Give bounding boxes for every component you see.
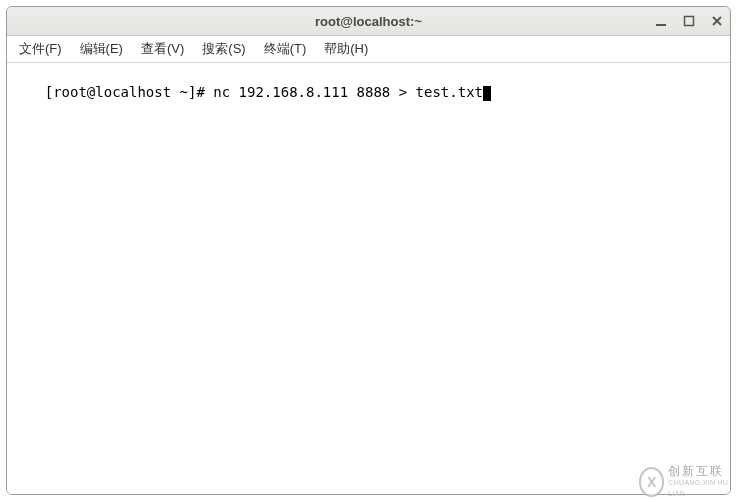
- svg-rect-0: [656, 24, 666, 26]
- shell-command: nc 192.168.8.111 8888 > test.txt: [213, 84, 483, 100]
- svg-rect-1: [685, 17, 694, 26]
- menu-edit[interactable]: 编辑(E): [76, 38, 127, 60]
- menu-terminal[interactable]: 终端(T): [260, 38, 311, 60]
- menu-view[interactable]: 查看(V): [137, 38, 188, 60]
- minimize-icon: [655, 15, 667, 27]
- close-icon: [711, 15, 723, 27]
- titlebar[interactable]: root@localhost:~: [7, 7, 730, 36]
- cursor-icon: [483, 86, 491, 101]
- window-controls: [654, 7, 724, 35]
- minimize-button[interactable]: [654, 14, 668, 28]
- menu-search[interactable]: 搜索(S): [198, 38, 249, 60]
- close-button[interactable]: [710, 14, 724, 28]
- terminal-window: root@localhost:~ 文件(F) 编辑(E) 查看: [6, 6, 731, 495]
- maximize-icon: [683, 15, 695, 27]
- menubar: 文件(F) 编辑(E) 查看(V) 搜索(S) 终端(T) 帮助(H): [7, 36, 730, 63]
- window-title: root@localhost:~: [7, 14, 730, 29]
- menu-file[interactable]: 文件(F): [15, 38, 66, 60]
- menu-help[interactable]: 帮助(H): [320, 38, 372, 60]
- maximize-button[interactable]: [682, 14, 696, 28]
- terminal-line: [root@localhost ~]# nc 192.168.8.111 888…: [45, 84, 491, 100]
- terminal-area[interactable]: [root@localhost ~]# nc 192.168.8.111 888…: [7, 63, 730, 494]
- shell-prompt: [root@localhost ~]#: [45, 84, 214, 100]
